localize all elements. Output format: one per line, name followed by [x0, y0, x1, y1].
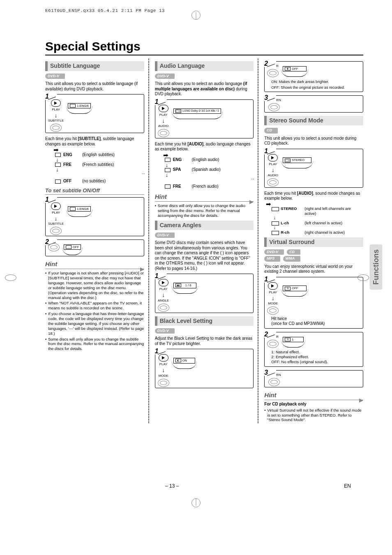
osd-display: ◐OFF [283, 66, 307, 71]
play-icon [159, 354, 168, 362]
audio-osd-icon: ◯)) [175, 109, 181, 113]
angles-step-1: 1 PLAY ↓ ANGLE 📷 1 / 8 [155, 274, 254, 313]
remote-icon [267, 306, 279, 315]
arrow-down-icon: ↓ [162, 119, 165, 123]
vs-effects: 1: Natural effect. 2: Emphasized effect.… [271, 350, 360, 364]
play-icon [268, 154, 278, 161]
brightness-osd-icon: ◐ [175, 359, 181, 362]
arrow-down-icon: ↓ [163, 164, 254, 167]
hint-item: If your language is not shown after pres… [45, 271, 144, 300]
badge-dvdv: DVD-V [264, 249, 284, 255]
section-subtitle-language: Subtitle Language [45, 61, 144, 71]
mode-row: R-ch(right channel is active) [272, 230, 363, 235]
page-footer: – 13 – EN [0, 483, 392, 489]
hint-heading: Hint [155, 193, 254, 202]
section-audio-language: Audio Language [155, 61, 254, 71]
arrow-down-icon: ↓ [55, 113, 58, 118]
arrow-down-icon: ↓ [272, 168, 274, 173]
play-label: PLAY [52, 108, 60, 112]
hint-heading: Hint [45, 260, 144, 269]
badge-dvdv: DVD-V [155, 233, 175, 238]
audio-step-1: 1 PLAY ↓ AUDIO ◯))1.ENG Dolby D 3/2.1ch … [155, 99, 254, 138]
subtitle-onoff-heading: To set subtitle ON/Off [45, 187, 144, 195]
arrow-down-icon: ↓ [273, 216, 363, 219]
badge-dvdv: DVD-V [155, 328, 175, 334]
arrow-down-icon: ↓ [272, 296, 274, 301]
remote-icon [158, 379, 169, 387]
vs-intro: You can enjoy stereophonic virtual world… [264, 264, 363, 274]
audio-hint-list: Some discs will only allow you to change… [155, 203, 254, 218]
remote-icon [158, 304, 169, 312]
language-code: EN [344, 483, 351, 489]
arrow-right-icon: ➡ [266, 203, 363, 205]
ellipsis-vertical: ⋮ [53, 172, 144, 178]
column-2: Audio Language DVD-V This unit allows yo… [155, 59, 259, 423]
play-icon [51, 99, 61, 107]
page-number: – 13 – [165, 483, 179, 489]
section-camera-angles: Camera Angles [155, 221, 254, 230]
arrow-down-icon: ↓ [53, 168, 144, 171]
hint-item: Some discs will only allow you to change… [155, 203, 254, 218]
step-number: 1 [154, 99, 167, 105]
osd-display: 📷 1 / 8 [173, 283, 196, 288]
black-level-step-1: 1 PLAY ↓ MODE ◐ON [155, 349, 254, 388]
hint-item: Virtual Surround will not be effective i… [264, 408, 363, 423]
step-number: 3 [263, 94, 276, 101]
arrow-down-icon: ↓ [55, 216, 58, 221]
stereo-step-1: 1 PLAY ↓ AUDIO ◯))STEREO [264, 149, 363, 188]
step-number: 1 [44, 93, 57, 100]
stereo-cycle-text: Each time you hit [AUDIO], sound mode ch… [264, 191, 363, 201]
stereo-mode-cycle: ➡ STEREO(right and left channels are act… [264, 203, 363, 235]
vs-step-2: 2 ENTER ℝ1 1: Natural effect. 2: Emphasi… [264, 332, 363, 367]
subtitle-intro: This unit allows you to select a subtitl… [45, 81, 144, 92]
subtitle-language-cycle: ➡ ENG(English subtitles) ↓ FRE(French su… [53, 148, 144, 184]
section-black-level: Black Level Setting [155, 316, 254, 326]
step-number: 3 [263, 369, 276, 376]
play-icon [51, 203, 61, 210]
badge-cd: CD [287, 249, 300, 255]
badge-cd: CD [264, 128, 278, 133]
step-number: 1 [44, 196, 57, 203]
remote-icon [50, 124, 62, 132]
print-header: E61T0UD_ENSP.qx33 05.4.21 2:11 PM Page 1… [45, 8, 363, 14]
osd-display: …1.ENG/6 [68, 206, 91, 212]
black-off-desc: OFF: Shows the original picture as recor… [271, 85, 360, 90]
vs-step-3: 3 RETURN [264, 370, 363, 387]
subtitle-hint-list: If your language is not shown after pres… [45, 271, 144, 351]
column-3: 2 ENTER ◐OFF ON: Makes the dark areas br… [264, 59, 363, 423]
arrow-right-icon: ➡ [163, 154, 254, 157]
arrow-down-icon: ↓ [53, 158, 144, 161]
audio-language-cycle: ➡ ENG(English audio) ↓ SPA(Spanish audio… [163, 154, 254, 189]
lang-row: SPA(Spanish audio) [163, 167, 254, 173]
osd-display: ◯))1.ENG Dolby D 3/2.1ch 48k / 3 [173, 108, 221, 114]
step-number: 1 [263, 276, 276, 283]
surround-osd-icon: ℝ [285, 287, 291, 290]
remote-enter-icon [267, 340, 279, 348]
subtitle-onoff-step-1: 1 PLAY ↓ SUBTITLE …1.ENG/6 [45, 197, 144, 236]
arrow-down-icon: ↓ [163, 173, 254, 177]
column-1: Subtitle Language DVD-V This unit allows… [45, 59, 149, 423]
play-icon [159, 105, 168, 112]
remote-left-icon [48, 243, 60, 251]
vs-hint-list: Virtual Surround will not be effective i… [264, 408, 363, 423]
mode-row: STEREO(right and left channels are activ… [272, 206, 363, 216]
black-level-step-3: 3 RETURN [264, 95, 363, 113]
subtitle-step-1: 1 PLAY ↓ SUBTITLE …1.ENG/6 [45, 94, 144, 133]
remote-return-icon [268, 103, 280, 111]
osd-display: …1.ENG/6 [68, 103, 91, 108]
remote-icon [50, 227, 62, 235]
black-level-intro: Adjust the Black Level Setting to make t… [155, 336, 254, 346]
arrow-down-icon: ↓ [162, 368, 165, 373]
brightness-osd-icon: ◐ [285, 67, 291, 71]
subtitle-onoff-step-2: 2 …OFF [45, 240, 144, 256]
angles-intro: Some DVD discs may contain scenes which … [155, 240, 254, 271]
remote-enter-icon [267, 69, 279, 77]
arrow-down-icon: ↓ [273, 226, 363, 229]
lang-row: ENG(English audio) [163, 157, 254, 163]
arrow-down-icon: ↓ [162, 293, 165, 297]
vs-hit-twice: Hit twice [271, 316, 360, 322]
section-virtual-surround: Virtual Surround [264, 237, 363, 247]
audio-cycle-text: Each time you hit [AUDIO], audio languag… [155, 142, 254, 152]
remote-icon [158, 129, 169, 137]
vs-hit-once: (once for CD and MP3/WMA) [271, 321, 360, 327]
